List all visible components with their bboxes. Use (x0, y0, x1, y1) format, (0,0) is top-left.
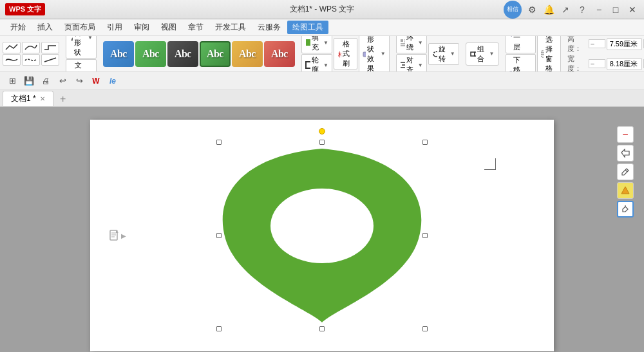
settings-icon[interactable]: ⚙ (526, 3, 538, 16)
edit-shape-btn[interactable]: 编辑形状 ▼ (66, 36, 97, 59)
doc-tab[interactable]: 文档1 * ✕ (3, 91, 53, 106)
home-icon[interactable]: ⊞ (5, 74, 19, 88)
wps-logo[interactable]: WPS 文字 (5, 3, 45, 15)
line-tool-5[interactable] (22, 54, 40, 66)
map-pin-shape[interactable] (219, 142, 425, 329)
wps-icon[interactable]: W (89, 74, 103, 88)
fill-btn[interactable]: 填充 ▼ (301, 36, 332, 53)
float-color-btn[interactable] (617, 182, 634, 199)
svg-rect-17 (475, 52, 477, 56)
menu-review[interactable]: 审阅 (129, 21, 155, 34)
outline-arrow: ▼ (323, 62, 328, 68)
down-layer-btn[interactable]: 下移一层 ▼ (506, 54, 536, 72)
quick-access-bar: ⊞ 💾 🖨 ↩ ↪ W Ie (0, 72, 644, 90)
float-expand-btn[interactable] (617, 145, 634, 162)
handle-top-center[interactable] (319, 140, 325, 145)
content-area: ▶ − (0, 107, 644, 352)
select-btn[interactable]: 选择窗格 (537, 36, 561, 72)
style-btn[interactable]: 格 格式刷 (334, 38, 357, 69)
doc-page: ▶ (90, 120, 554, 351)
menu-devtools[interactable]: 开发工具 (210, 21, 251, 34)
svg-rect-4 (306, 62, 310, 68)
doc-icon-btn[interactable]: Ie (106, 74, 120, 88)
float-edit-btn[interactable] (617, 163, 634, 180)
layer-group: 上移一层 ▼ 下移一层 ▼ (506, 36, 536, 72)
line-tool-3[interactable] (41, 42, 59, 53)
notify-icon[interactable]: 🔔 (542, 3, 555, 16)
rotate-handle[interactable] (319, 128, 325, 134)
right-angle-mark (484, 158, 496, 170)
title-bar-right: 相信 ⚙ 🔔 ↗ ? − □ ✕ (504, 1, 639, 19)
handle-mid-right[interactable] (422, 233, 428, 238)
menu-start[interactable]: 开始 (5, 21, 31, 34)
handle-bot-center[interactable] (319, 326, 325, 331)
svg-rect-3 (306, 39, 310, 46)
line-tool-1[interactable] (3, 42, 21, 53)
undo-icon[interactable]: ↩ (55, 74, 70, 88)
height-minus[interactable]: − (589, 39, 605, 48)
handle-mid-left[interactable] (216, 233, 222, 238)
dimensions-group: 高度： − 7.59厘米 + 宽度： − 8.18厘米 + (567, 36, 644, 72)
width-value: 8.18厘米 (607, 58, 643, 70)
height-field: 高度： − 7.59厘米 + (567, 36, 644, 53)
redo-icon[interactable]: ↪ (72, 74, 86, 88)
align-btn[interactable]: 对齐 ▼ (396, 54, 427, 72)
float-minus-btn[interactable]: − (617, 126, 634, 143)
abc-style-2[interactable]: Abc (135, 41, 166, 67)
abc-style-5[interactable]: Abc (232, 41, 263, 67)
tab-close-btn[interactable]: ✕ (40, 95, 45, 102)
menu-page-layout[interactable]: 页面布局 (59, 21, 100, 34)
menu-drawtool[interactable]: 绘图工具 (287, 21, 328, 34)
menu-view[interactable]: 视图 (156, 21, 182, 34)
width-minus[interactable]: − (589, 59, 605, 68)
line-tools-row2 (3, 54, 59, 66)
toolbar: 编辑形状 ▼ 文本框 ▼ Abc Abc Abc Abc Abc Abc 填充 … (0, 36, 644, 72)
wrap-btn[interactable]: 环绕 ▼ (396, 36, 427, 53)
line-tool-2[interactable] (22, 42, 40, 53)
line-tool-6[interactable] (41, 54, 59, 66)
width-label: 宽度： (567, 54, 587, 72)
abc-style-1[interactable]: Abc (103, 41, 134, 67)
rotate-btn[interactable]: 旋转 ▼ (428, 43, 459, 65)
float-pen-btn[interactable] (617, 201, 634, 218)
wrap-arrow: ▼ (418, 40, 423, 46)
close-button[interactable]: ✕ (626, 3, 639, 16)
handle-bot-right[interactable] (422, 326, 428, 331)
avatar[interactable]: 相信 (504, 1, 522, 19)
help-icon[interactable]: ? (576, 3, 589, 16)
abc-style-6[interactable]: Abc (264, 41, 295, 67)
align-arrow: ▼ (418, 62, 423, 68)
tab-add-btn[interactable]: + (56, 92, 70, 106)
line-tool-4[interactable] (3, 54, 21, 66)
edit-shape-arrow: ▼ (88, 36, 93, 41)
edit-shape-group: 编辑形状 ▼ 文本框 ▼ (66, 36, 97, 72)
print-icon[interactable]: 🖨 (39, 74, 53, 88)
tab-bar: 文档1 * ✕ + (0, 90, 644, 107)
handle-top-right[interactable] (422, 140, 428, 145)
effect-arrow: ▼ (381, 51, 386, 57)
outline-btn[interactable]: 轮廓 ▼ (301, 54, 332, 72)
save-icon[interactable]: 💾 (22, 74, 36, 88)
line-tools-group (3, 42, 59, 66)
shape-container[interactable] (219, 142, 425, 329)
handle-top-left[interactable] (216, 140, 222, 145)
svg-rect-23 (542, 51, 544, 57)
abc-style-4[interactable]: Abc (200, 41, 231, 67)
minimize-button[interactable]: − (592, 3, 605, 16)
maximize-button[interactable]: □ (609, 3, 622, 16)
shape-effect-btn[interactable]: 形状效果 ▼ (359, 36, 390, 72)
text-box-btn[interactable]: 文本框 ▼ (66, 59, 97, 73)
rotate-group: 旋转 ▼ (428, 43, 459, 65)
menu-cloud[interactable]: 云服务 (252, 21, 286, 34)
menu-insert[interactable]: 插入 (32, 21, 58, 34)
svg-rect-6 (363, 52, 366, 57)
wrap-align-group: 环绕 ▼ 对齐 ▼ (396, 36, 427, 72)
up-layer-btn[interactable]: 上移一层 ▼ (506, 36, 536, 53)
share-icon[interactable]: ↗ (559, 3, 572, 16)
menu-section[interactable]: 章节 (183, 21, 209, 34)
abc-style-3[interactable]: Abc (167, 41, 198, 67)
handle-bot-left[interactable] (216, 326, 222, 331)
menu-references[interactable]: 引用 (102, 21, 128, 34)
group-btn[interactable]: 组合 ▼ (466, 42, 499, 66)
title-bar-left: WPS 文字 (5, 3, 45, 15)
